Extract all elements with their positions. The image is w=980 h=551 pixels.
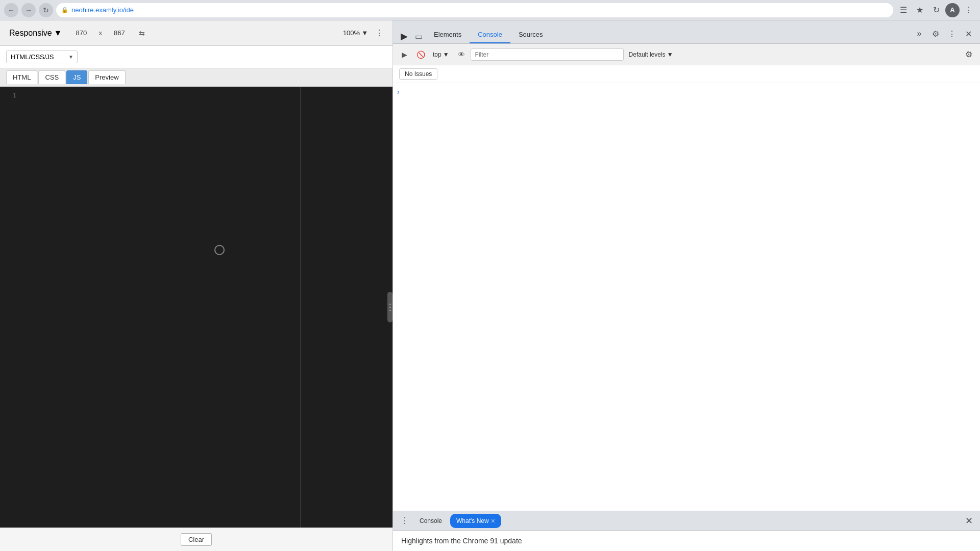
more-tabs-button[interactable]: » xyxy=(912,26,927,41)
type-select-wrapper[interactable]: HTML/CSS/JS JavaScript Python Java ▼ xyxy=(6,51,78,63)
whats-new-content: Highlights from the Chrome 91 update xyxy=(393,531,980,551)
default-levels-dropdown[interactable]: Default levels ▼ xyxy=(626,49,676,60)
console-clear-button[interactable]: 🚫 xyxy=(413,47,428,62)
tab-sources[interactable]: Sources xyxy=(510,27,551,43)
dimension-separator: x xyxy=(99,29,102,37)
responsive-arrow-icon: ▼ xyxy=(54,29,62,38)
chrome-icons: ☰ ★ ↻ A ⋮ xyxy=(896,3,976,17)
address-bar[interactable]: 🔒 neohire.examly.io/ide xyxy=(56,3,893,17)
vertical-divider xyxy=(300,87,301,528)
levels-arrow-icon: ▼ xyxy=(667,51,673,58)
tab-css[interactable]: CSS xyxy=(38,70,65,84)
console-output[interactable]: › xyxy=(393,83,980,511)
zoom-control[interactable]: 100% ▼ xyxy=(343,29,368,37)
wn-tab-close: What's New × xyxy=(456,517,495,525)
console-filter-input[interactable] xyxy=(471,48,624,61)
devtools-panel: ▶ ▭ Elements Console Sources » ⚙ ⋮ ✕ ▶ 🚫… xyxy=(393,20,980,551)
tab-html[interactable]: HTML xyxy=(6,70,37,84)
back-button[interactable]: ← xyxy=(4,3,18,17)
console-toolbar: ▶ 🚫 top ▼ 👁 Default levels ▼ ⚙ xyxy=(393,44,980,65)
tab-preview[interactable]: Preview xyxy=(88,70,125,84)
tab-console[interactable]: Console xyxy=(470,27,510,43)
rotate-button[interactable]: ⇆ xyxy=(136,27,148,39)
no-issues-bar: No Issues xyxy=(393,65,980,83)
main-area: Responsive ▼ x ⇆ 100% ▼ ⋮ HTML/CSS/JS Ja… xyxy=(0,20,980,551)
drag-dot xyxy=(389,304,391,305)
whats-new-panel: ⋮ Console What's New × ✕ Highlights from… xyxy=(393,511,980,551)
drag-handle[interactable] xyxy=(387,292,393,322)
clear-button[interactable]: Clear xyxy=(181,533,212,546)
sync-button[interactable]: ↻ xyxy=(929,3,943,17)
editor-tab-bar: HTML CSS JS Preview xyxy=(0,68,393,87)
devtools-tab-bar: ▶ ▭ Elements Console Sources » ⚙ ⋮ ✕ xyxy=(393,20,980,44)
dropdown-bar: HTML/CSS/JS JavaScript Python Java ▼ xyxy=(0,46,393,68)
console-settings-button[interactable]: ⚙ xyxy=(962,47,976,62)
chrome-more-button[interactable]: ⋮ xyxy=(962,3,976,17)
devtools-device-button[interactable]: ▭ xyxy=(411,29,426,43)
console-prompt-arrow[interactable]: › xyxy=(397,88,400,96)
devtools-tab-icons: » ⚙ ⋮ ✕ xyxy=(912,26,976,43)
toolbar-more-button[interactable]: ⋮ xyxy=(372,26,386,40)
devtools-options-button[interactable]: ⋮ xyxy=(944,26,960,41)
browser-chrome: ← → ↻ 🔒 neohire.examly.io/ide ☰ ★ ↻ A ⋮ xyxy=(0,0,980,20)
bookmark-button[interactable]: ★ xyxy=(913,3,927,17)
wn-tab-close-button[interactable]: × xyxy=(491,517,495,525)
responsive-toolbar: Responsive ▼ x ⇆ 100% ▼ ⋮ xyxy=(0,20,393,46)
responsive-label: Responsive xyxy=(9,29,52,38)
drag-handle-dots xyxy=(389,304,391,311)
wn-whats-new-tab[interactable]: What's New × xyxy=(450,514,501,528)
line-numbers: 1 xyxy=(0,87,20,528)
whats-new-close-button[interactable]: ✕ xyxy=(962,514,976,528)
responsive-dropdown[interactable]: Responsive ▼ xyxy=(6,27,65,39)
editor-bottom-bar: Clear xyxy=(0,528,393,551)
editor-panel: Responsive ▼ x ⇆ 100% ▼ ⋮ HTML/CSS/JS Ja… xyxy=(0,20,393,551)
tab-elements[interactable]: Elements xyxy=(426,27,470,43)
lock-icon: 🔒 xyxy=(61,7,68,13)
highlights-text: Highlights from the Chrome 91 update xyxy=(401,537,522,545)
forward-button[interactable]: → xyxy=(21,3,36,17)
zoom-arrow-icon: ▼ xyxy=(361,29,368,37)
zoom-label: 100% xyxy=(343,29,360,37)
drag-dot xyxy=(389,307,391,308)
console-eye-button[interactable]: 👁 xyxy=(454,47,469,62)
devtools-inspect-button[interactable]: ▶ xyxy=(397,29,411,43)
extensions-button[interactable]: ☰ xyxy=(896,3,911,17)
default-levels-label: Default levels xyxy=(629,51,666,58)
width-input[interactable] xyxy=(69,27,93,39)
devtools-close-button[interactable]: ✕ xyxy=(961,26,976,41)
whats-new-header: ⋮ Console What's New × ✕ xyxy=(393,511,980,531)
whats-new-label: What's New xyxy=(456,517,489,524)
code-editor-area[interactable]: 1 xyxy=(0,87,393,528)
code-textarea[interactable] xyxy=(20,87,393,528)
url-text: neohire.examly.io/ide xyxy=(71,6,134,14)
devtools-settings-button[interactable]: ⚙ xyxy=(928,26,943,41)
height-input[interactable] xyxy=(107,27,132,39)
context-arrow-icon: ▼ xyxy=(443,51,449,58)
type-select[interactable]: HTML/CSS/JS JavaScript Python Java xyxy=(6,51,78,63)
profile-button[interactable]: A xyxy=(945,3,960,17)
refresh-button[interactable]: ↻ xyxy=(39,3,53,17)
drag-dot xyxy=(389,310,391,311)
wn-console-tab[interactable]: Console xyxy=(413,514,448,528)
no-issues-button[interactable]: No Issues xyxy=(399,68,437,80)
line-number-1: 1 xyxy=(13,91,16,100)
whats-new-more-button[interactable]: ⋮ xyxy=(397,514,411,528)
context-selector[interactable]: top ▼ xyxy=(430,49,452,60)
console-execute-button[interactable]: ▶ xyxy=(397,47,411,62)
tab-js[interactable]: JS xyxy=(66,70,87,84)
context-label: top xyxy=(433,51,442,58)
